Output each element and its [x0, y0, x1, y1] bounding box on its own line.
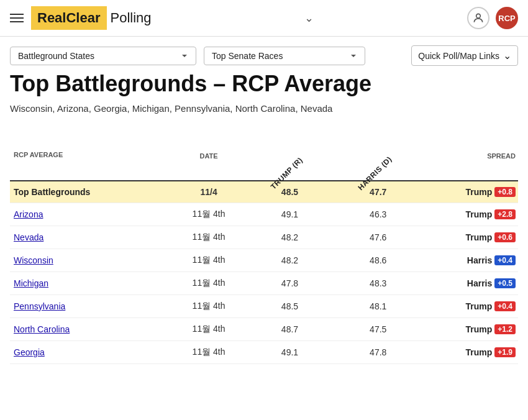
spread-cell-inner: Trump+0.4 [426, 301, 516, 311]
spread-badge: +1.9 [494, 347, 516, 357]
cell-spread: Trump+2.8 [422, 203, 518, 226]
cell-harris-value: 48.6 [334, 249, 422, 272]
logo-box: RealClear [31, 6, 107, 30]
logo[interactable]: RealClear Polling [31, 6, 152, 30]
cell-harris-value: 47.5 [334, 318, 422, 341]
col-header-date: DATE [172, 131, 246, 181]
logo-polling-text: Polling [111, 10, 152, 26]
header-right: RCP [467, 7, 518, 29]
cell-trump-value: 49.1 [245, 341, 334, 364]
cell-spread: Trump+0.4 [422, 295, 518, 318]
cell-date: 11월 4th [172, 226, 246, 249]
chevron-down-icon: ⌄ [304, 11, 314, 25]
battleground-states-dropdown[interactable]: Battleground States [10, 47, 196, 65]
cell-trump-value: 49.1 [245, 203, 334, 226]
spread-candidate-name: Trump [466, 324, 493, 334]
header: RealClear Polling ⌄ RCP [0, 0, 528, 37]
cell-harris-value: 46.3 [334, 203, 422, 226]
spread-cell-inner: Trump+1.9 [426, 347, 516, 357]
cell-state-name[interactable]: Arizona [10, 203, 172, 226]
table-container: RCP AVERAGE DATE TRUMP (R) HARRIS (D) SP… [0, 131, 528, 377]
table-row: Wisconsin11월 4th48.248.6Harris+0.4 [10, 249, 518, 272]
battleground-states-label: Battleground States [18, 51, 94, 61]
spread-cell-inner: Trump+0.8 [426, 187, 516, 197]
cell-date: 11/4 [172, 181, 246, 203]
table-row: Georgia11월 4th49.147.8Trump+1.9 [10, 341, 518, 364]
cell-spread: Trump+0.6 [422, 226, 518, 249]
spread-badge: +0.6 [494, 232, 516, 242]
header-left: RealClear Polling [10, 6, 152, 30]
spread-cell-inner: Harris+0.4 [426, 255, 516, 265]
page-title: Top Battlegrounds – RCP Average [10, 71, 518, 97]
cell-spread: Harris+0.5 [422, 272, 518, 295]
table-row: Nevada11월 4th48.247.6Trump+0.6 [10, 226, 518, 249]
svg-point-0 [476, 14, 481, 18]
col-header-spread: SPREAD [422, 131, 518, 181]
cell-harris-value: 47.6 [334, 226, 422, 249]
cell-spread: Harris+0.4 [422, 249, 518, 272]
col-header-rcp: RCP AVERAGE [10, 131, 172, 181]
cell-trump-value: 47.8 [245, 272, 334, 295]
table-row: North Carolina11월 4th48.747.5Trump+1.2 [10, 318, 518, 341]
spread-cell-inner: Trump+2.8 [426, 209, 516, 219]
quick-poll-chevron-icon: ⌄ [503, 50, 511, 62]
top-senate-races-label: Top Senate Races [212, 51, 283, 61]
header-nav-dropdown[interactable]: ⌄ [304, 11, 314, 25]
spread-badge: +0.4 [494, 301, 516, 311]
rcp-badge[interactable]: RCP [496, 7, 518, 29]
top-senate-races-dropdown[interactable]: Top Senate Races [204, 47, 365, 65]
cell-trump-value: 48.2 [245, 249, 334, 272]
cell-date: 11월 4th [172, 203, 246, 226]
cell-spread: Trump+0.8 [422, 181, 518, 203]
polling-table: RCP AVERAGE DATE TRUMP (R) HARRIS (D) SP… [10, 131, 518, 364]
cell-state-name: Top Battlegrounds [10, 181, 172, 203]
spread-candidate-name: Harris [467, 255, 492, 265]
cell-harris-value: 48.1 [334, 295, 422, 318]
hamburger-menu[interactable] [10, 14, 24, 22]
spread-candidate-name: Trump [466, 347, 493, 357]
spread-cell-inner: Harris+0.5 [426, 278, 516, 288]
spread-candidate-name: Trump [466, 187, 493, 197]
cell-state-name[interactable]: Michigan [10, 272, 172, 295]
cell-spread: Trump+1.2 [422, 318, 518, 341]
cell-date: 11월 4th [172, 249, 246, 272]
col-header-harris: HARRIS (D) [334, 131, 422, 181]
col-header-trump: TRUMP (R) [245, 131, 334, 181]
spread-badge: +0.4 [494, 255, 516, 265]
page-subtitle: Wisconsin, Arizona, Georgia, Michigan, P… [10, 103, 518, 114]
cell-date: 11월 4th [172, 295, 246, 318]
quick-poll-dropdown[interactable]: Quick Poll/Map Links ⌄ [411, 45, 518, 66]
cell-trump-value: 48.5 [245, 181, 334, 203]
spread-badge: +0.5 [494, 278, 516, 288]
spread-candidate-name: Trump [466, 232, 493, 242]
cell-trump-value: 48.5 [245, 295, 334, 318]
cell-harris-value: 47.8 [334, 341, 422, 364]
spread-badge: +1.2 [494, 324, 516, 334]
cell-date: 11월 4th [172, 318, 246, 341]
cell-harris-value: 47.7 [334, 181, 422, 203]
header-center: ⌄ [304, 11, 314, 25]
cell-state-name[interactable]: Georgia [10, 341, 172, 364]
table-row: Top Battlegrounds11/448.547.7Trump+0.8 [10, 181, 518, 203]
spread-cell-inner: Trump+1.2 [426, 324, 516, 334]
cell-trump-value: 48.2 [245, 226, 334, 249]
table-row: Pennsylvania11월 4th48.548.1Trump+0.4 [10, 295, 518, 318]
cell-state-name[interactable]: Nevada [10, 226, 172, 249]
spread-candidate-name: Trump [466, 301, 493, 311]
page-title-section: Top Battlegrounds – RCP Average Wisconsi… [0, 71, 528, 131]
cell-date: 11월 4th [172, 272, 246, 295]
spread-candidate-name: Harris [467, 278, 492, 288]
cell-harris-value: 48.3 [334, 272, 422, 295]
quick-poll-label: Quick Poll/Map Links [418, 51, 499, 61]
table-row: Arizona11월 4th49.146.3Trump+2.8 [10, 203, 518, 226]
spread-cell-inner: Trump+0.6 [426, 232, 516, 242]
logo-realclear-text: RealClear [37, 10, 101, 26]
cell-state-name[interactable]: Pennsylvania [10, 295, 172, 318]
cell-state-name[interactable]: Wisconsin [10, 249, 172, 272]
cell-state-name[interactable]: North Carolina [10, 318, 172, 341]
cell-spread: Trump+1.9 [422, 341, 518, 364]
user-icon[interactable] [467, 7, 489, 29]
spread-badge: +2.8 [494, 209, 516, 219]
cell-trump-value: 48.7 [245, 318, 334, 341]
toolbar: Battleground States Top Senate Races Qui… [0, 37, 528, 71]
